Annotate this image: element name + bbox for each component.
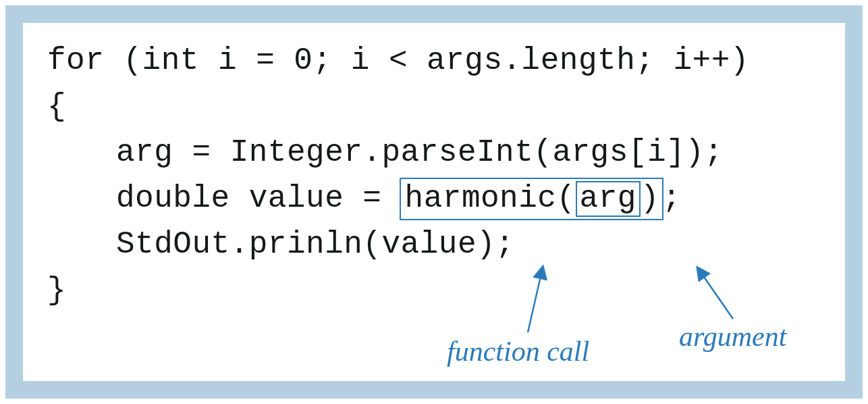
code-line-3: arg = Integer.parseInt(args[i]); (47, 130, 821, 176)
annotation-argument: argument (679, 320, 786, 353)
function-call-box: harmonic(arg) (400, 178, 663, 220)
code-line-4: double value = harmonic(arg); (47, 176, 821, 222)
outer-border: for (int i = 0; i < args.length; i++) { … (5, 5, 863, 399)
code-line4-pre: double value = (116, 181, 401, 216)
annotation-function-call: function call (447, 335, 589, 368)
close-paren-text: ) (641, 181, 659, 216)
code-panel: for (int i = 0; i < args.length; i++) { … (23, 23, 845, 381)
code-line-1: for (int i = 0; i < args.length; i++) (47, 38, 821, 84)
function-name-text: harmonic( (405, 181, 576, 216)
code-line-5: StdOut.prinln(value); (47, 222, 821, 268)
code-line-6: } (47, 268, 821, 313)
code-line-2: { (47, 84, 821, 130)
argument-box: arg (576, 181, 641, 216)
code-line4-post: ; (662, 181, 681, 216)
